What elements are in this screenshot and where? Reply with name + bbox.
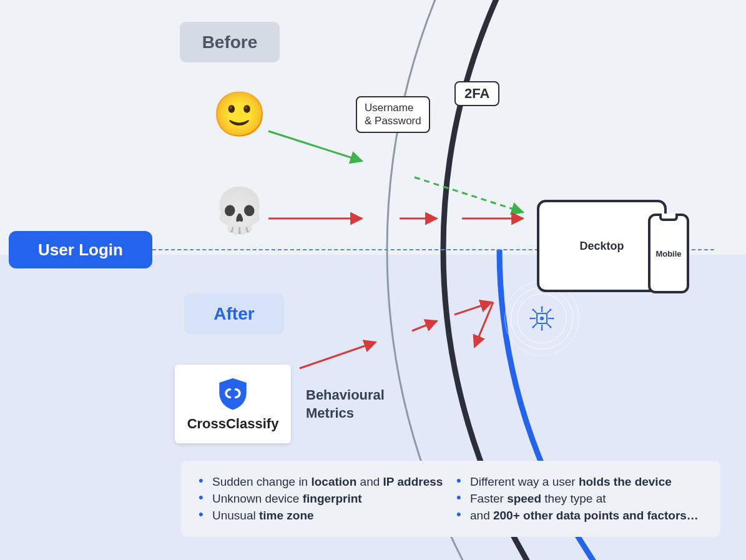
shield-icon <box>215 376 251 412</box>
signal-item: Unknown device fingerprint <box>209 492 448 506</box>
signal-item: and 200+ other data points and factors… <box>466 509 705 523</box>
user-login-pill: User Login <box>9 231 152 268</box>
signals-column-right: Different way a user holds the deviceFas… <box>454 472 705 526</box>
devices-group: Decktop Mobile <box>537 200 667 292</box>
good-user-icon: 🙂 <box>212 92 267 136</box>
behavioural-signals-panel: Sudden change in location and IP address… <box>181 461 720 537</box>
arrow-good-1 <box>268 131 362 161</box>
crossclassify-name: CrossClassify <box>187 416 279 432</box>
desktop-label: Decktop <box>579 240 624 253</box>
diagram-canvas: Before After User Login 🙂 💀 Username& Pa… <box>0 0 746 560</box>
desktop-device: Decktop <box>537 200 667 292</box>
mobile-label: Mobile <box>655 249 681 258</box>
signal-item: Faster speed they type at <box>466 492 705 506</box>
signal-item: Unusual time zone <box>209 509 448 523</box>
behavioural-metrics-label: BehaviouralMetrics <box>306 386 385 422</box>
ai-chip-icon <box>517 293 567 343</box>
signals-column-left: Sudden change in location and IP address… <box>196 472 448 526</box>
crossclassify-card: CrossClassify <box>175 365 291 443</box>
mobile-device: Mobile <box>648 214 689 293</box>
before-pill: Before <box>180 22 280 62</box>
signal-item: Sudden change in location and IP address <box>209 475 448 489</box>
phone-notch <box>659 214 678 221</box>
gate-2fa-label: 2FA <box>454 81 499 106</box>
after-pill: After <box>184 293 284 334</box>
signal-item: Different way a user holds the device <box>466 475 705 489</box>
gate-username-password-label: Username& Password <box>356 96 430 133</box>
arrow-good-2 <box>415 177 523 212</box>
bad-user-icon: 💀 <box>212 189 267 232</box>
